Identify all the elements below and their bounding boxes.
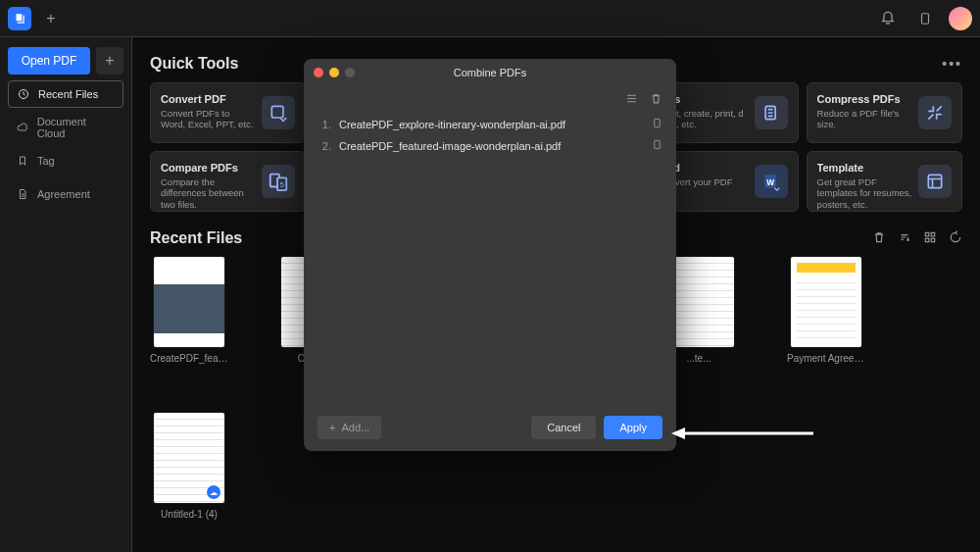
file-index: 2. (318, 140, 331, 152)
new-tab-button[interactable]: + (41, 9, 61, 28)
file-page-icon[interactable] (652, 139, 662, 153)
sidebar: Open PDF + Recent Files Document Cloud T… (0, 37, 132, 552)
window-controls[interactable] (314, 68, 355, 77)
tool-card-compress[interactable]: Compress PDFs Reduce a PDF file's size. (807, 82, 962, 143)
tool-desc: Reduce a PDF file's size. (817, 108, 912, 130)
file-name: CreatePDF_feature... (150, 353, 228, 364)
file-card[interactable]: ☁ Untitled-1 (4) (150, 413, 228, 520)
plus-icon: + (329, 422, 335, 433)
svg-rect-10 (925, 232, 929, 236)
sidebar-item-label: Document Cloud (37, 116, 116, 139)
clock-icon (17, 88, 30, 100)
sidebar-item-agreement[interactable]: Agreement (8, 180, 123, 208)
svg-rect-2 (272, 106, 284, 118)
minimize-window-icon[interactable] (329, 68, 339, 77)
tool-card-template[interactable]: Template Get great PDF templates for res… (807, 151, 962, 212)
close-window-icon[interactable] (314, 68, 323, 77)
file-thumbnail (154, 257, 224, 347)
bookmark-icon (16, 155, 29, 167)
avatar[interactable] (949, 7, 972, 30)
tool-title: Compare PDFs (161, 162, 256, 174)
svg-rect-15 (655, 140, 661, 148)
compare-icon: 5 (262, 165, 295, 198)
app-logo (8, 7, 31, 30)
notifications-icon[interactable] (874, 5, 902, 32)
compress-icon (918, 96, 952, 129)
combine-file-row[interactable]: 2. CreatePDF_featured-image-wonderplan-a… (318, 135, 662, 157)
template-icon (918, 165, 952, 198)
zoom-window-icon[interactable] (345, 68, 355, 77)
top-bar: + (0, 0, 980, 37)
dialog-titlebar: Combine PDFs (304, 59, 676, 86)
file-name: CreatePDF_explore-itinerary-wonderplan-a… (339, 119, 565, 130)
file-card[interactable]: Payment Agreement (787, 257, 865, 364)
grid-view-icon[interactable] (923, 230, 937, 247)
recent-actions (872, 230, 962, 247)
sidebar-item-tag[interactable]: Tag (8, 147, 123, 175)
tool-title: Template (817, 162, 912, 174)
tool-title: Compress PDFs (817, 93, 912, 105)
document-icon (16, 188, 29, 200)
combine-pdfs-dialog: Combine PDFs 1. CreatePDF_explore-itiner… (304, 59, 676, 451)
delete-icon[interactable] (650, 92, 662, 108)
file-name: Payment Agreement (787, 353, 865, 364)
tool-card-compare[interactable]: Compare PDFs Compare the differences bet… (150, 151, 306, 212)
tool-card-convert-pdf[interactable]: Convert PDF Convert PDFs to Word, Excel,… (150, 82, 306, 143)
file-thumbnail (791, 257, 861, 347)
new-pdf-button[interactable]: + (96, 47, 123, 75)
delete-icon[interactable] (872, 230, 886, 247)
dialog-file-list: 1. CreatePDF_explore-itinerary-wonderpla… (304, 114, 676, 404)
file-index: 1. (318, 119, 331, 130)
tool-desc: Convert PDFs to Word, Excel, PPT, etc. (161, 108, 256, 130)
svg-text:W: W (766, 177, 774, 187)
svg-text:5: 5 (280, 180, 284, 189)
pdfs-icon (755, 96, 788, 129)
more-icon[interactable]: ••• (942, 56, 962, 72)
refresh-icon[interactable] (949, 230, 962, 247)
dialog-toolbar (304, 86, 676, 114)
word-icon: W (755, 165, 788, 198)
dialog-footer: + Add... Cancel Apply (304, 404, 676, 451)
svg-rect-11 (931, 232, 935, 236)
device-icon[interactable] (911, 5, 939, 32)
svg-rect-13 (931, 238, 935, 242)
recent-files-title: Recent Files (150, 229, 242, 247)
add-file-button[interactable]: + Add... (318, 416, 381, 439)
sidebar-item-label: Recent Files (38, 88, 98, 100)
sidebar-item-cloud[interactable]: Document Cloud (8, 114, 123, 141)
quick-tools-title: Quick Tools (150, 55, 238, 73)
sort-icon[interactable] (898, 230, 911, 247)
apply-button[interactable]: Apply (604, 416, 662, 439)
cloud-badge-icon: ☁ (207, 485, 220, 499)
file-thumbnail: ☁ (154, 413, 224, 503)
file-page-icon[interactable] (652, 118, 662, 131)
open-pdf-button[interactable]: Open PDF (8, 47, 90, 75)
svg-rect-0 (922, 13, 929, 24)
file-name: CreatePDF_featured-image-wonderplan-ai.p… (339, 140, 561, 152)
combine-file-row[interactable]: 1. CreatePDF_explore-itinerary-wonderpla… (318, 114, 662, 135)
tool-desc: Compare the differences between two file… (161, 176, 256, 210)
tool-desc: Get great PDF templates for resumes, pos… (817, 176, 912, 210)
tool-title: Convert PDF (161, 93, 256, 105)
svg-rect-12 (925, 238, 929, 242)
convert-icon (262, 96, 295, 129)
add-label: Add... (341, 422, 369, 433)
sidebar-item-label: Tag (37, 155, 55, 167)
sidebar-item-recent[interactable]: Recent Files (8, 80, 123, 108)
svg-rect-14 (655, 119, 661, 126)
file-card[interactable]: CreatePDF_feature... (150, 257, 228, 364)
file-name: Untitled-1 (4) (150, 509, 228, 520)
svg-rect-9 (928, 175, 941, 187)
cloud-icon (16, 122, 29, 133)
sidebar-item-label: Agreement (37, 188, 90, 200)
dialog-title: Combine PDFs (304, 67, 676, 78)
cancel-button[interactable]: Cancel (531, 416, 596, 439)
list-view-icon[interactable] (625, 92, 638, 108)
